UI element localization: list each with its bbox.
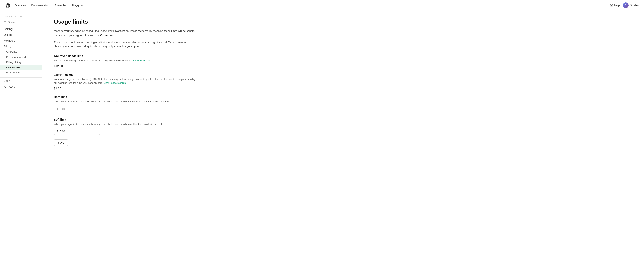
approved-usage-value: $120.00 [54,64,196,67]
topnav-links: Overview Documentation Examples Playgrou… [15,4,610,7]
hard-limit-desc: When your organization reaches this usag… [54,100,196,104]
sidebar-item-billing-history[interactable]: Billing history [0,60,42,65]
layout: ORGANIZATION ⊞ Student ⓘ Settings Usage … [0,11,644,276]
sidebar-item-api-keys[interactable]: API Keys [0,84,42,90]
org-section-label: ORGANIZATION [0,15,42,18]
org-name: Student [8,20,17,24]
soft-limit-section: Soft limit When your organization reache… [54,118,196,135]
user-section-label: USER [0,80,42,82]
current-usage-section: Current usage Your total usage so far in… [54,73,196,90]
soft-limit-desc: When your organization reaches this usag… [54,122,196,126]
nav-examples[interactable]: Examples [55,4,66,7]
nav-documentation[interactable]: Documentation [31,4,49,7]
hard-limit-section: Hard limit When your organization reache… [54,95,196,113]
sidebar-item-members[interactable]: Members [0,38,42,43]
openai-logo-icon[interactable] [4,3,10,8]
sidebar-divider [0,77,42,78]
save-button[interactable]: Save [54,139,68,146]
page-desc-2: There may be a delay in enforcing any li… [54,40,196,49]
sidebar-item-settings[interactable]: Settings [0,26,42,32]
help-circle-icon [610,4,613,7]
approved-usage-desc: The maximum usage OpenAI allows for your… [54,59,196,62]
current-usage-value: $1.36 [54,87,196,90]
nav-playground[interactable]: Playground [72,4,86,7]
help-label: Help [614,4,620,7]
request-increase-link[interactable]: Request increase [133,59,152,62]
current-usage-desc: Your total usage so far in March (UTC). … [54,77,196,85]
sidebar: ORGANIZATION ⊞ Student ⓘ Settings Usage … [0,11,42,276]
topnav-right: Help S Student [610,2,640,8]
sidebar-item-usage-limits[interactable]: Usage limits [0,65,42,70]
soft-limit-input[interactable] [54,128,100,135]
sidebar-item-preferences[interactable]: Preferences [0,70,42,75]
help-button[interactable]: Help [610,4,620,7]
soft-limit-title: Soft limit [54,118,196,121]
hard-limit-input[interactable] [54,106,100,113]
sidebar-item-payment-methods[interactable]: Payment methods [0,54,42,60]
nav-overview[interactable]: Overview [15,4,26,7]
approved-usage-title: Approved usage limit [54,54,196,57]
username: Student [630,4,640,7]
view-usage-records-link[interactable]: View usage records [104,82,126,84]
user-menu[interactable]: S Student [623,2,640,8]
hard-limit-title: Hard limit [54,95,196,99]
org-info-icon: ⓘ [19,20,21,24]
page-title: Usage limits [54,18,196,25]
sidebar-item-usage[interactable]: Usage [0,32,42,38]
page-desc-1: Manage your spending by configuring usag… [54,29,196,37]
building-icon: ⊞ [4,20,6,24]
org-item[interactable]: ⊞ Student ⓘ [0,19,42,25]
main-content: Usage limits Manage your spending by con… [42,11,208,276]
sidebar-item-billing-overview[interactable]: Overview [0,49,42,54]
topnav: Overview Documentation Examples Playgrou… [0,0,644,11]
approved-usage-section: Approved usage limit The maximum usage O… [54,54,196,68]
current-usage-title: Current usage [54,73,196,76]
sidebar-item-billing[interactable]: Billing [0,43,42,49]
avatar: S [623,2,628,8]
